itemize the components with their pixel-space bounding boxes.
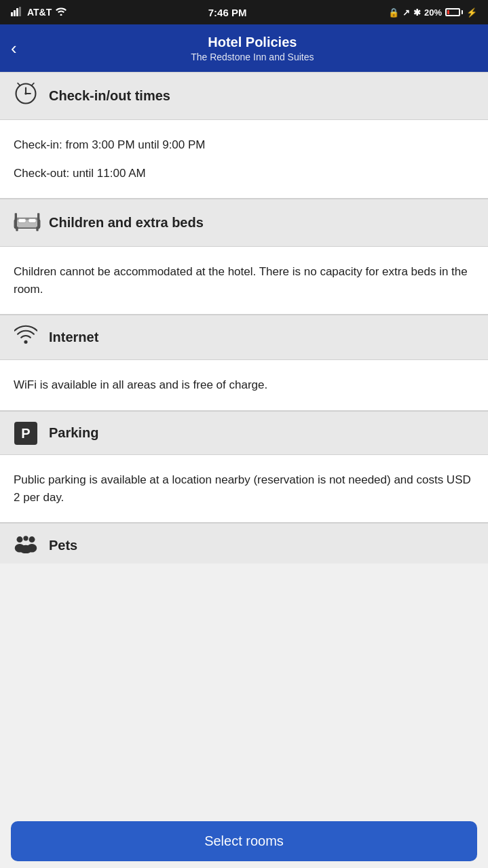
status-left: AT&T [11, 7, 67, 18]
parking-header: P Parking [0, 411, 488, 456]
parking-policy: Public parking is available at a locatio… [14, 471, 474, 506]
internet-section: Internet WiFi is available in all areas … [0, 315, 488, 411]
carrier-label: AT&T [27, 7, 52, 18]
clock-icon [14, 82, 38, 110]
battery-percent: 20% [424, 7, 442, 18]
svg-rect-0 [11, 12, 13, 16]
header-text: Hotel Policies The Redstone Inn and Suit… [28, 35, 477, 62]
hotel-name: The Redstone Inn and Suites [28, 52, 477, 62]
checkin-body: Check-in: from 3:00 PM until 9:00 PM Che… [0, 120, 488, 199]
content-area: Check-in/out times Check-in: from 3:00 P… [0, 72, 488, 618]
checkin-title: Check-in/out times [49, 88, 170, 104]
children-section: Children and extra beds Children cannot … [0, 199, 488, 315]
svg-point-19 [24, 340, 27, 344]
page-title: Hotel Policies [28, 35, 477, 50]
svg-line-9 [32, 83, 34, 85]
checkin-section: Check-in/out times Check-in: from 3:00 P… [0, 72, 488, 199]
svg-point-21 [29, 536, 35, 542]
location-icon: ↗ [402, 7, 410, 18]
wifi-icon [14, 325, 38, 350]
svg-rect-13 [15, 213, 17, 229]
checkout-time: Check-out: until 11:00 AM [14, 165, 474, 182]
pets-title: Pets [49, 538, 77, 553]
internet-policy: WiFi is available in all areas and is fr… [14, 376, 474, 394]
bottom-bar: Select rooms [0, 814, 488, 868]
svg-point-20 [17, 536, 23, 542]
bluetooth-icon: ✱ [413, 7, 421, 18]
parking-title: Parking [49, 425, 98, 441]
svg-rect-1 [14, 10, 16, 16]
internet-title: Internet [49, 330, 98, 345]
bed-icon [14, 209, 38, 237]
children-header: Children and extra beds [0, 199, 488, 247]
status-bar: AT&T 7:46 PM 🔒 ↗ ✱ 20% ⚡ [0, 0, 488, 24]
internet-header: Internet [0, 315, 488, 360]
charging-icon: ⚡ [466, 7, 477, 18]
svg-rect-3 [19, 7, 21, 16]
pets-header: Pets [0, 523, 488, 564]
select-rooms-button[interactable]: Select rooms [11, 821, 477, 861]
internet-body: WiFi is available in all areas and is fr… [0, 360, 488, 411]
wifi-status-icon [56, 7, 67, 18]
svg-line-8 [18, 83, 20, 85]
children-policy: Children cannot be accommodated at the h… [14, 263, 474, 298]
svg-point-22 [23, 536, 28, 540]
svg-rect-18 [36, 226, 38, 231]
children-body: Children cannot be accommodated at the h… [0, 247, 488, 315]
svg-rect-15 [18, 219, 26, 223]
parking-icon: P [14, 421, 38, 446]
checkin-header: Check-in/out times [0, 72, 488, 120]
svg-rect-2 [16, 8, 18, 16]
svg-point-7 [24, 92, 26, 94]
pets-section: Pets [0, 523, 488, 564]
pets-icon [14, 533, 38, 558]
signal-icon [11, 7, 23, 18]
svg-rect-17 [16, 226, 18, 231]
back-button[interactable]: ‹ [11, 39, 17, 57]
battery-icon [445, 8, 463, 16]
status-right: 🔒 ↗ ✱ 20% ⚡ [388, 7, 477, 18]
svg-rect-14 [37, 213, 39, 229]
parking-body: Public parking is available at a locatio… [0, 455, 488, 523]
lock-icon: 🔒 [388, 7, 399, 18]
children-title: Children and extra beds [49, 215, 204, 231]
page-header: ‹ Hotel Policies The Redstone Inn and Su… [0, 24, 488, 72]
checkin-time: Check-in: from 3:00 PM until 9:00 PM [14, 136, 474, 154]
svg-rect-16 [29, 219, 37, 223]
svg-point-25 [20, 545, 32, 553]
status-time: 7:46 PM [208, 7, 247, 18]
parking-section: P Parking Public parking is available at… [0, 411, 488, 524]
